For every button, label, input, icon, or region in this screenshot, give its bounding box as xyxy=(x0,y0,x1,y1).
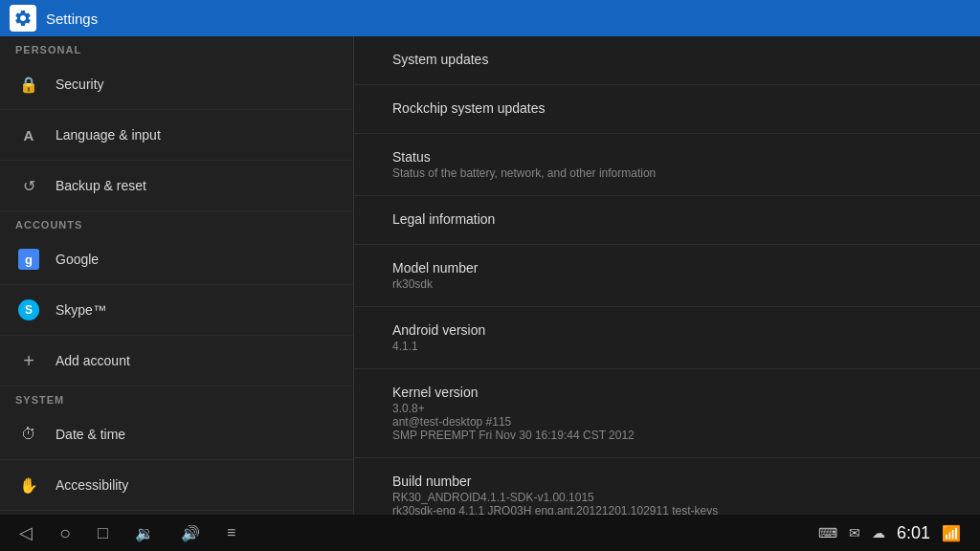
topbar-title: Settings xyxy=(46,11,98,27)
sidebar-item-language[interactable]: A Language & input xyxy=(0,110,353,161)
content-item-android[interactable]: Android version 4.1.1 xyxy=(354,307,980,369)
sidebar-label-security: Security xyxy=(56,77,104,92)
sidebar: PERSONAL 🔒 Security A Language & input ↺… xyxy=(0,36,354,515)
section-header-accounts: ACCOUNTS xyxy=(0,211,353,234)
content-item-legal[interactable]: Legal information xyxy=(354,196,980,245)
sidebar-label-backup: Backup & reset xyxy=(56,178,146,193)
clock-display: 6:01 xyxy=(897,523,930,543)
build-subtitle: RK30_ANDROID4.1.1-SDK-v1.00.1015 rk30sdk… xyxy=(392,491,942,515)
sidebar-item-google[interactable]: g Google xyxy=(0,234,353,285)
sidebar-label-language: Language & input xyxy=(56,127,161,143)
content-item-build[interactable]: Build number RK30_ANDROID4.1.1-SDK-v1.00… xyxy=(354,458,980,515)
legal-title: Legal information xyxy=(392,211,942,227)
google-icon: g xyxy=(15,246,42,273)
status-area: ⌨ ✉ ☁ 6:01 📶 xyxy=(818,523,961,543)
sidebar-item-datetime[interactable]: ⏱ Date & time xyxy=(0,409,353,460)
skype-icon: S xyxy=(15,297,42,323)
volume-down-button[interactable]: 🔉 xyxy=(135,524,154,542)
sidebar-label-accessibility: Accessibility xyxy=(56,477,128,493)
system-updates-title: System updates xyxy=(392,52,942,67)
clock-icon: ⏱ xyxy=(15,421,42,448)
add-icon: + xyxy=(15,347,42,374)
topbar: Settings xyxy=(0,0,980,36)
sidebar-item-add-account[interactable]: + Add account xyxy=(0,336,353,386)
section-header-personal: PERSONAL xyxy=(0,36,353,59)
content-item-kernel[interactable]: Kernel version 3.0.8+ ant@test-desktop #… xyxy=(354,369,980,458)
main-layout: PERSONAL 🔒 Security A Language & input ↺… xyxy=(0,36,980,515)
menu-button[interactable]: ≡ xyxy=(227,524,235,541)
sidebar-item-skype[interactable]: S Skype™ xyxy=(0,285,353,336)
kernel-title: Kernel version xyxy=(392,385,942,400)
lock-icon: 🔒 xyxy=(15,71,42,98)
keyboard-icon: ⌨ xyxy=(818,525,837,540)
model-subtitle: rk30sdk xyxy=(392,277,942,291)
sidebar-item-backup[interactable]: ↺ Backup & reset xyxy=(0,161,353,211)
build-title: Build number xyxy=(392,474,942,489)
status-subtitle: Status of the battery, network, and othe… xyxy=(392,166,942,180)
accessibility-icon: ✋ xyxy=(15,472,42,498)
model-title: Model number xyxy=(392,260,942,276)
content-item-model[interactable]: Model number rk30sdk xyxy=(354,245,980,307)
sidebar-label-skype: Skype™ xyxy=(56,302,106,318)
sidebar-label-google: Google xyxy=(56,252,99,267)
email-icon: ✉ xyxy=(849,525,860,540)
recents-button[interactable]: □ xyxy=(98,523,108,543)
wifi-icon: 📶 xyxy=(942,524,961,542)
cloud-icon: ☁ xyxy=(872,525,885,540)
content-item-status[interactable]: Status Status of the battery, network, a… xyxy=(354,134,980,196)
volume-up-button[interactable]: 🔊 xyxy=(181,524,200,542)
settings-app-icon xyxy=(10,5,36,32)
rockchip-updates-title: Rockchip system updates xyxy=(392,100,942,116)
content-item-system-updates[interactable]: System updates xyxy=(354,36,980,85)
nav-buttons: ◁ ○ □ 🔉 🔊 ≡ xyxy=(19,522,235,544)
backup-icon: ↺ xyxy=(15,172,42,199)
language-icon: A xyxy=(15,121,42,148)
sidebar-item-security[interactable]: 🔒 Security xyxy=(0,59,353,110)
kernel-subtitle: 3.0.8+ ant@test-desktop #115 SMP PREEMPT… xyxy=(392,402,942,442)
sidebar-label-add-account: Add account xyxy=(56,353,130,368)
android-title: Android version xyxy=(392,322,942,338)
back-button[interactable]: ◁ xyxy=(19,522,33,543)
android-subtitle: 4.1.1 xyxy=(392,340,942,353)
content-item-rockchip-updates[interactable]: Rockchip system updates xyxy=(354,85,980,134)
sidebar-label-datetime: Date & time xyxy=(56,427,125,442)
section-header-system: SYSTEM xyxy=(0,386,353,409)
status-title: Status xyxy=(392,149,942,165)
content-panel: System updates Rockchip system updates S… xyxy=(354,36,980,515)
home-button[interactable]: ○ xyxy=(59,522,71,544)
bottombar: ◁ ○ □ 🔉 🔊 ≡ ⌨ ✉ ☁ 6:01 📶 xyxy=(0,515,980,551)
sidebar-item-accessibility[interactable]: ✋ Accessibility xyxy=(0,460,353,511)
